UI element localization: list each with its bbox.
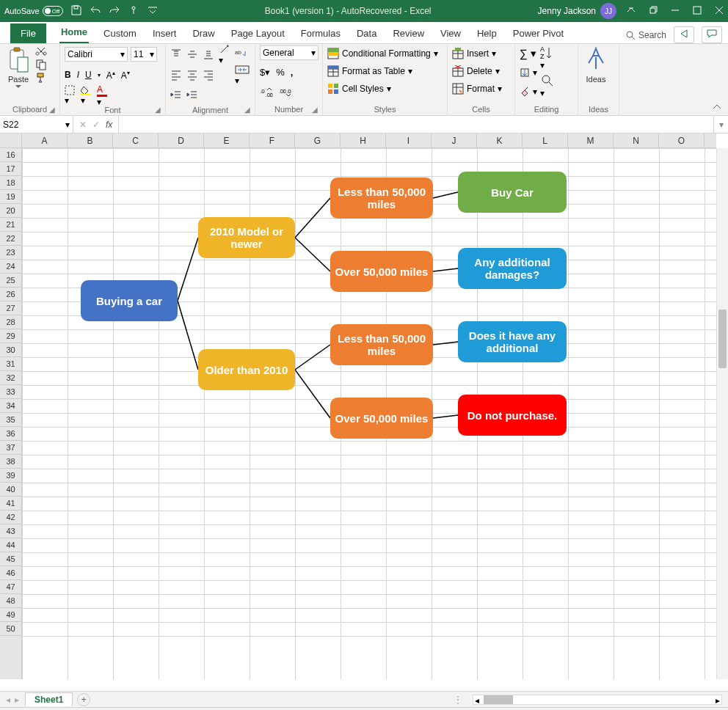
name-box[interactable]: S22▾ [0,116,73,133]
row-header[interactable]: 27 [0,301,21,315]
flowchart-shape[interactable]: Do not purchase. [458,395,567,436]
row-header[interactable]: 43 [0,524,21,538]
ideas-button[interactable]: Ideas [583,45,609,85]
redo-icon[interactable] [109,4,120,18]
dialog-launcher-icon[interactable]: ◢ [49,106,55,114]
connector-line[interactable] [295,238,330,271]
flowchart-shape[interactable]: Over 50,000 miles [330,251,433,292]
grow-font-icon[interactable]: A▴ [106,70,115,81]
row-header[interactable]: 24 [0,260,21,274]
delete-cells-button[interactable]: Delete ▾ [452,63,500,79]
row-header[interactable]: 30 [0,343,21,357]
tab-page-layout[interactable]: Page Layout [230,23,286,43]
row-header[interactable]: 45 [0,552,21,566]
autosave-toggle[interactable]: AutoSave Off [4,6,63,16]
flowchart-shape[interactable]: Buying a car [81,280,178,321]
flowchart-shape[interactable]: Older than 2010 [198,349,295,390]
align-left-icon[interactable] [170,69,182,81]
increase-decimal-icon[interactable]: .0.00 [260,87,273,98]
scroll-left-icon[interactable]: ◂ [475,695,479,706]
cancel-icon[interactable]: ✕ [79,120,87,130]
tab-draw[interactable]: Draw [191,23,216,43]
flowchart-shape[interactable]: Buy Car [458,172,567,213]
vertical-scrollbar[interactable] [716,148,728,679]
col-header[interactable]: G [295,133,341,147]
row-header[interactable]: 39 [0,469,21,483]
row-header[interactable]: 19 [0,190,21,204]
autosum-icon[interactable]: ∑ ▾ [520,45,537,62]
tab-home[interactable]: Home [59,22,89,43]
connector-line[interactable] [433,415,458,418]
fx-icon[interactable]: fx [106,120,112,130]
enter-icon[interactable]: ✓ [92,120,100,130]
dialog-launcher-icon[interactable]: ◢ [155,106,161,114]
conditional-formatting-button[interactable]: Conditional Formatting ▾ [327,45,438,62]
col-header[interactable]: J [432,133,477,147]
qat-more-icon[interactable] [147,4,159,18]
row-header[interactable]: 36 [0,427,21,441]
col-header[interactable]: A [22,133,68,147]
expand-formula-bar-icon[interactable]: ▾ [713,116,728,133]
chevron-down-icon[interactable]: ▾ [98,72,101,78]
comma-icon[interactable]: , [291,67,294,78]
italic-button[interactable]: I [77,70,79,80]
fill-icon[interactable]: ▾ [520,65,537,81]
row-header[interactable]: 41 [0,497,21,510]
font-name-combo[interactable]: Calibri▾ [65,47,128,62]
connector-line[interactable] [295,198,330,238]
minimize-icon[interactable] [671,6,680,17]
row-header[interactable]: 40 [0,483,21,497]
orientation-icon[interactable]: ▾ [219,43,230,65]
cut-icon[interactable] [35,45,47,57]
font-color-icon[interactable]: A▾ [97,84,107,107]
tab-formulas[interactable]: Formulas [299,23,342,43]
row-header[interactable]: 18 [0,176,21,190]
fill-color-icon[interactable]: ▾ [81,85,91,106]
align-bottom-icon[interactable] [203,48,214,60]
increase-indent-icon[interactable] [186,89,198,101]
col-header[interactable]: B [68,133,113,147]
row-header[interactable]: 17 [0,162,21,176]
ribbon-options-icon[interactable] [627,6,636,17]
format-as-table-button[interactable]: Format as Table ▾ [327,63,412,79]
flowchart-shape[interactable]: 2010 Model or newer [198,217,295,258]
tab-split-icon[interactable]: ⋮ [449,695,467,705]
undo-icon[interactable] [90,4,101,18]
underline-button[interactable]: U [85,70,92,80]
user-account[interactable]: Jenny Jackson JJ [538,3,616,19]
row-header[interactable]: 35 [0,413,21,427]
shrink-font-icon[interactable]: A▾ [121,70,130,81]
currency-icon[interactable]: $▾ [260,67,270,78]
borders-icon[interactable]: ▾ [65,85,75,106]
scroll-thumb[interactable] [484,695,513,704]
col-header[interactable]: N [614,133,659,147]
sort-filter-icon[interactable]: AZ▾ [540,45,555,70]
row-header[interactable]: 38 [0,455,21,469]
flowchart-shape[interactable]: Over 50,000 miles [330,398,433,439]
row-header[interactable]: 22 [0,232,21,246]
tab-file[interactable]: File [10,23,46,43]
tab-insert[interactable]: Insert [151,23,178,43]
close-icon[interactable] [715,6,724,17]
row-header[interactable]: 46 [0,566,21,580]
col-header[interactable]: H [341,133,386,147]
restore-icon[interactable] [649,6,658,17]
connector-line[interactable] [433,268,458,271]
row-header[interactable]: 29 [0,329,21,343]
row-header[interactable]: 25 [0,274,21,288]
tab-view[interactable]: View [439,23,462,43]
flowchart-shape[interactable]: Any additional damages? [458,248,567,289]
row-header[interactable]: 32 [0,371,21,385]
decrease-indent-icon[interactable] [170,89,182,101]
maximize-icon[interactable] [693,6,702,17]
row-header[interactable]: 47 [0,580,21,594]
dialog-launcher-icon[interactable]: ◢ [312,106,318,114]
row-header[interactable]: 23 [0,246,21,260]
next-sheet-icon[interactable]: ▸ [15,695,19,705]
align-center-icon[interactable] [186,69,198,81]
merge-icon[interactable]: ▾ [235,64,250,86]
connector-line[interactable] [295,370,330,418]
tab-help[interactable]: Help [476,23,498,43]
copy-icon[interactable] [35,59,47,70]
comments-button[interactable] [702,26,722,43]
